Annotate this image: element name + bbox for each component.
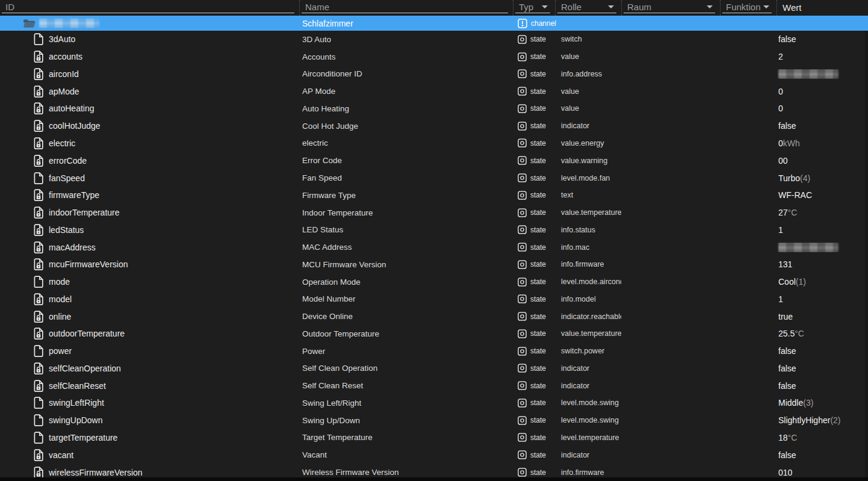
table-row[interactable]: online Device Online state indicator.rea…	[0, 308, 868, 325]
object-value[interactable]: false	[777, 381, 868, 391]
object-name: MCU Firmware Version	[299, 260, 513, 269]
table-row[interactable]: accounts Accounts state value 2	[0, 48, 868, 66]
object-value[interactable]: 25.5 °C	[777, 329, 868, 338]
object-id: mode	[49, 277, 70, 287]
table-row[interactable]: airconId Airconditioner ID state info.ad…	[0, 66, 868, 83]
object-type: state	[530, 157, 546, 165]
object-id: fanSpeed	[49, 173, 85, 183]
table-row[interactable]: fanSpeed Fan Speed state level.mode.fan …	[0, 169, 868, 187]
object-value[interactable]: true	[777, 312, 868, 321]
table-row[interactable]: coolHotJudge Cool Hot Judge state indica…	[0, 117, 868, 135]
object-value[interactable]: false	[777, 34, 868, 44]
table-row[interactable]: selfCleanOperation Self Clean Operation …	[0, 360, 868, 377]
object-value[interactable]: 18 °C	[777, 433, 868, 442]
table-row[interactable]: outdoorTemperature Outdoor Temperature s…	[0, 325, 868, 343]
object-value[interactable]: 1	[777, 294, 868, 304]
chevron-down-icon[interactable]	[707, 5, 713, 8]
object-value[interactable]	[777, 243, 868, 252]
column-header-typ[interactable]: Typ	[513, 0, 555, 16]
table-row[interactable]: ledStatus LED Status state info.status 1	[0, 221, 868, 238]
table-row[interactable]: targetTemperature Target Temperature sta…	[0, 429, 868, 447]
table-row[interactable]: indoorTemperature Indoor Temperature sta…	[0, 204, 868, 222]
column-header-name[interactable]: Name	[299, 0, 513, 16]
table-row[interactable]: apMode AP Mode state value 0	[0, 82, 868, 100]
object-value[interactable]: Cool(1)	[777, 277, 868, 287]
object-value[interactable]: 010	[777, 468, 868, 477]
column-header-id[interactable]: ID	[0, 0, 299, 16]
object-value[interactable]: 00	[777, 156, 868, 166]
document-locked-icon	[33, 85, 44, 98]
document-locked-icon	[33, 311, 44, 323]
object-value[interactable]: false	[777, 121, 868, 131]
state-icon	[518, 329, 527, 338]
column-header-raum[interactable]: Raum	[621, 0, 720, 16]
document-locked-icon	[33, 467, 44, 479]
table-row[interactable]: firmwareType Firmware Type state text WF…	[0, 187, 868, 204]
object-id: electric	[49, 138, 75, 148]
document-icon	[33, 397, 44, 409]
table-row[interactable]: mode Operation Mode state level.mode.air…	[0, 273, 868, 291]
state-icon	[518, 104, 527, 113]
object-value[interactable]	[777, 69, 868, 79]
object-value[interactable]: 131	[777, 259, 868, 269]
table-row[interactable]: electric electric state value.energy 0 k…	[0, 135, 868, 152]
object-role: info.model	[555, 295, 621, 303]
document-locked-icon	[33, 258, 44, 270]
object-value[interactable]: SlightlyHigher(2)	[777, 415, 868, 425]
object-value[interactable]: WF-RAC	[777, 190, 868, 200]
object-name: Airconditioner ID	[299, 69, 513, 78]
document-locked-icon	[33, 311, 44, 323]
chevron-down-icon[interactable]	[608, 5, 614, 8]
state-icon	[518, 138, 527, 147]
object-value[interactable]: false	[777, 450, 868, 460]
table-row[interactable]: mcuFirmwareVersion MCU Firmware Version …	[0, 256, 868, 273]
object-role: level.mode.swing	[555, 416, 621, 424]
object-value[interactable]: 0 kWh	[777, 138, 868, 148]
object-name: Indoor Temperature	[299, 208, 513, 217]
document-locked-icon	[33, 120, 44, 132]
object-role: indicator	[555, 122, 621, 130]
table-row[interactable]: vacant Vacant state indicator false	[0, 446, 868, 464]
object-type: state	[530, 416, 546, 424]
object-value[interactable]: 27 °C	[777, 208, 868, 217]
table-row[interactable]: autoHeating Auto Heating state value 0	[0, 100, 868, 117]
table-row[interactable]: macAddress MAC Address state info.mac	[0, 238, 868, 256]
column-header-funktion[interactable]: Funktion	[720, 0, 777, 16]
document-locked-icon	[33, 327, 44, 340]
object-type: state	[530, 104, 546, 113]
object-value[interactable]: Middle(3)	[777, 398, 868, 408]
table-row[interactable]: 3dAuto 3D Auto state switch false	[0, 31, 868, 48]
scrollbar-track[interactable]	[865, 31, 868, 477]
object-type: state	[530, 35, 546, 43]
chevron-down-icon[interactable]	[542, 5, 548, 8]
object-value[interactable]: false	[777, 364, 868, 373]
object-value[interactable]: 0	[777, 104, 868, 113]
selected-channel-row[interactable]: Schlafzimmer channel	[0, 16, 868, 31]
object-value[interactable]: 2	[777, 52, 868, 61]
table-row[interactable]: swingLeftRight Swing Left/Right state le…	[0, 394, 868, 412]
document-locked-icon	[33, 155, 44, 167]
table-row[interactable]: errorCode Error Code state value.warning…	[0, 152, 868, 169]
object-id: mcuFirmwareVersion	[49, 259, 128, 269]
table-row[interactable]: swingUpDown Swing Up/Down state level.mo…	[0, 412, 868, 429]
state-icon	[518, 364, 527, 373]
object-id: swingLeftRight	[49, 398, 104, 408]
table-row[interactable]: model Model Number state info.model 1	[0, 290, 868, 308]
column-label: ID	[2, 2, 14, 12]
object-name: Self Clean Operation	[299, 364, 513, 373]
document-locked-icon	[33, 102, 44, 114]
chevron-down-icon[interactable]	[763, 5, 769, 8]
object-value[interactable]: false	[777, 346, 868, 356]
table-row[interactable]: selfCleanReset Self Clean Reset state in…	[0, 377, 868, 394]
object-value[interactable]: 0	[777, 87, 868, 96]
document-locked-icon	[33, 327, 44, 340]
state-icon	[518, 260, 527, 269]
table-row[interactable]: power Power state switch.power false	[0, 343, 868, 360]
document-icon	[33, 414, 44, 426]
object-type: state	[530, 329, 546, 338]
state-icon	[518, 294, 527, 303]
object-value[interactable]: 1	[777, 225, 868, 235]
channel-name: Schlafzimmer	[299, 19, 513, 28]
object-value[interactable]: Turbo(4)	[777, 173, 868, 183]
column-header-rolle[interactable]: Rolle	[555, 0, 621, 16]
